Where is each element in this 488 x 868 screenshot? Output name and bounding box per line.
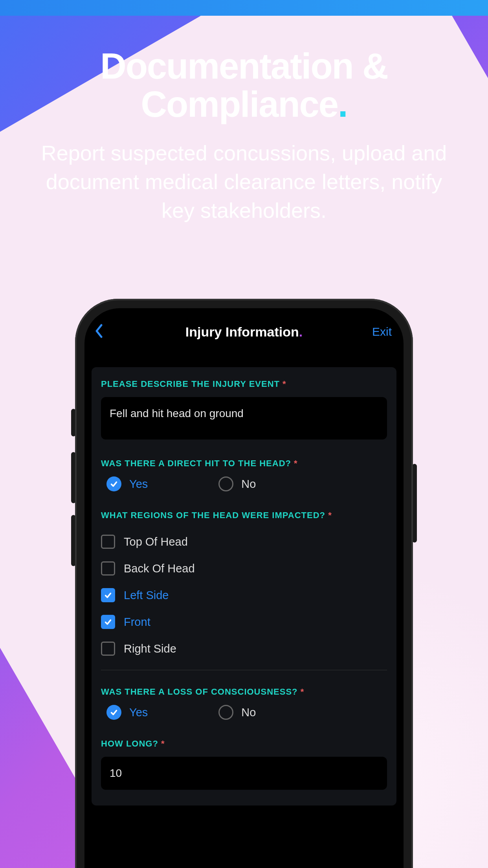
radio-yes[interactable]: Yes [106, 476, 148, 491]
radio-checked-icon [106, 476, 121, 491]
question-label-describe: PLEASE DESCRIBE THE INJURY EVENT * [101, 379, 387, 389]
checkbox-label: Right Side [124, 642, 176, 655]
radio-checked-icon [106, 705, 121, 720]
radio-no[interactable]: No [218, 476, 256, 491]
checkbox-checked-icon [101, 588, 115, 602]
radio-label-yes: Yes [129, 706, 148, 719]
hero-section: Documentation & Compliance. Report suspe… [0, 0, 488, 225]
checkbox-unchecked-icon [101, 535, 115, 549]
hero-title-line2: Compliance [141, 84, 338, 124]
title-dot: . [299, 324, 303, 339]
required-mark: * [161, 739, 165, 748]
required-mark: * [283, 379, 286, 389]
checkbox-label: Back Of Head [124, 562, 195, 575]
consciousness-radio-group: Yes No [101, 705, 387, 720]
regions-checkbox-group: Top Of Head Back Of Head Left Side [101, 528, 387, 662]
required-mark: * [328, 510, 332, 520]
exit-button[interactable]: Exit [372, 325, 392, 338]
hero-title: Documentation & Compliance. [0, 47, 488, 123]
checkbox-front[interactable]: Front [101, 609, 387, 635]
question-label-direct-hit: WAS THERE A DIRECT HIT TO THE HEAD? * [101, 458, 387, 469]
checkbox-top-of-head[interactable]: Top Of Head [101, 528, 387, 555]
checkbox-label: Left Side [124, 589, 169, 602]
divider [101, 670, 387, 670]
injury-description-input[interactable]: Fell and hit head on ground [101, 397, 387, 440]
hero-subtitle: Report suspected concussions, upload and… [0, 139, 488, 225]
checkbox-right-side[interactable]: Right Side [101, 635, 387, 662]
hero-title-line1: Documentation & [100, 46, 388, 86]
chevron-left-icon [94, 324, 103, 338]
radio-label-no: No [241, 706, 256, 719]
required-mark: * [301, 687, 305, 697]
radio-no[interactable]: No [218, 705, 256, 720]
radio-label-yes: Yes [129, 478, 148, 491]
question-label-how-long: HOW LONG? * [101, 739, 387, 749]
checkbox-checked-icon [101, 615, 115, 629]
back-button[interactable] [94, 324, 103, 340]
radio-yes[interactable]: Yes [106, 705, 148, 720]
radio-label-no: No [241, 478, 256, 491]
checkbox-unchecked-icon [101, 642, 115, 656]
checkbox-label: Top Of Head [124, 535, 188, 548]
checkbox-unchecked-icon [101, 561, 115, 576]
required-mark: * [294, 458, 298, 468]
nav-bar: Injury Information. Exit [84, 308, 404, 355]
direct-hit-radio-group: Yes No [101, 476, 387, 491]
checkbox-label: Front [124, 616, 150, 629]
checkbox-left-side[interactable]: Left Side [101, 582, 387, 609]
duration-input[interactable]: 10 [101, 757, 387, 790]
question-label-consciousness: WAS THERE A LOSS OF CONSCIOUSNESS? * [101, 687, 387, 697]
radio-unchecked-icon [218, 705, 233, 720]
question-label-regions: WHAT REGIONS OF THE HEAD WERE IMPACTED? … [101, 510, 387, 520]
phone-screen: Injury Information. Exit PLEASE DESCRIBE… [84, 308, 404, 868]
checkbox-back-of-head[interactable]: Back Of Head [101, 555, 387, 582]
phone-mockup: Injury Information. Exit PLEASE DESCRIBE… [75, 299, 413, 868]
hero-title-dot: . [338, 84, 347, 124]
form-card: PLEASE DESCRIBE THE INJURY EVENT * Fell … [92, 367, 396, 805]
radio-unchecked-icon [218, 476, 233, 491]
page-title: Injury Information. [185, 324, 303, 340]
phone-frame: Injury Information. Exit PLEASE DESCRIBE… [75, 299, 413, 868]
